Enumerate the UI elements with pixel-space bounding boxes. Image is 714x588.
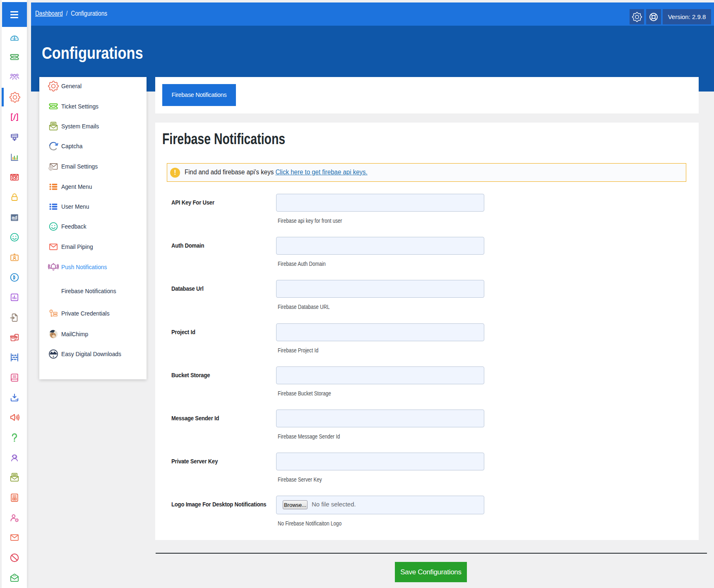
svg-text:$: $ [53,355,54,358]
svg-text:cc: cc [13,574,16,577]
svg-text:ad: ad [12,215,17,220]
